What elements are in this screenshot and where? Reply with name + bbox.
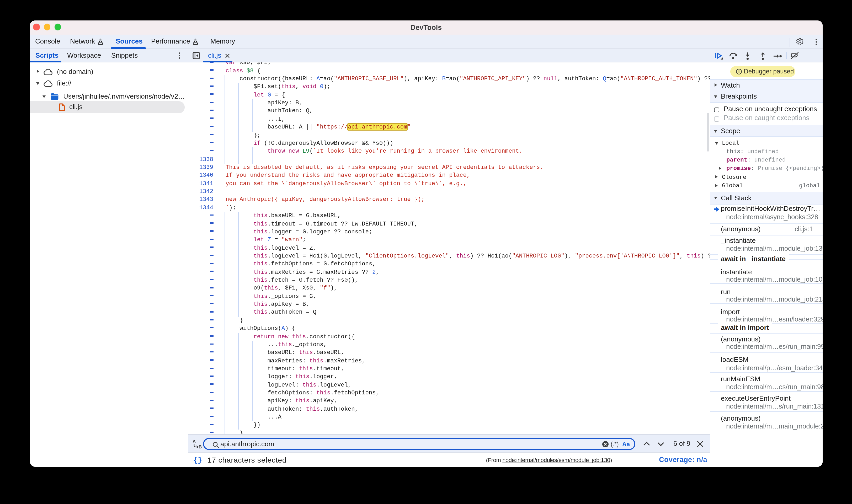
svg-text:B: B xyxy=(199,445,202,449)
svg-text:A: A xyxy=(193,439,196,444)
